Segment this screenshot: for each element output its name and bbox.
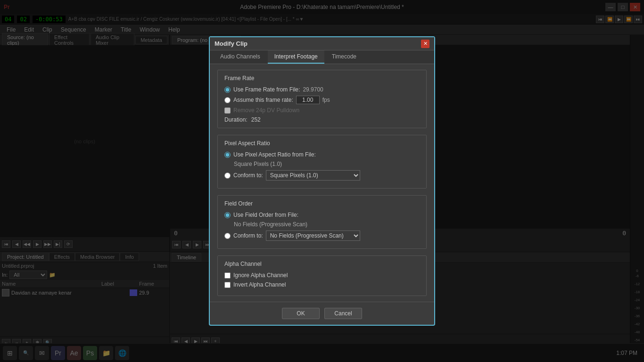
dialog-body: Frame Rate Use Frame Rate from File: 29.… bbox=[210, 64, 434, 302]
dialog-close-button[interactable]: ✕ bbox=[421, 40, 429, 48]
field-order-title: Field Order bbox=[224, 200, 420, 207]
assume-framerate-row: Assume this frame rate: 1.00 fps bbox=[224, 96, 420, 104]
duration-label: Duration: bbox=[224, 116, 248, 123]
use-from-file-label: Use Frame Rate from File: bbox=[233, 86, 300, 93]
duration-row: Duration: 252 bbox=[224, 116, 420, 123]
dialog-titlebar: Modify Clip ✕ bbox=[210, 37, 434, 50]
par-conform-radio[interactable] bbox=[224, 173, 231, 179]
frame-rate-section: Frame Rate Use Frame Rate from File: 29.… bbox=[217, 70, 427, 128]
fo-from-file-value-row: No Fields (Progressive Scan) bbox=[224, 221, 420, 228]
remove-pulldown-label: Remove 24p DV Pulldown bbox=[233, 107, 299, 114]
duration-value: 252 bbox=[251, 116, 261, 123]
fps-unit-label: fps bbox=[322, 97, 330, 103]
par-conform-label: Conform to: bbox=[233, 172, 263, 179]
par-from-file-row: Use Pixel Aspect Ratio from File: bbox=[224, 151, 420, 158]
tab-interpret-footage[interactable]: Interpret Footage bbox=[268, 50, 324, 64]
fo-from-file-row: Use Field Order from File: bbox=[224, 212, 420, 218]
par-from-file-label: Use Pixel Aspect Ratio from File: bbox=[233, 151, 316, 158]
modal-overlay: Modify Clip ✕ Audio Channels Interpret F… bbox=[0, 0, 644, 362]
pixel-aspect-section: Pixel Aspect Ratio Use Pixel Aspect Rati… bbox=[217, 135, 427, 189]
par-file-value: Square Pixels (1.0) bbox=[234, 161, 282, 167]
tab-audio-channels[interactable]: Audio Channels bbox=[214, 50, 267, 64]
invert-alpha-checkbox[interactable] bbox=[224, 282, 231, 288]
fo-conform-radio[interactable] bbox=[224, 233, 231, 239]
invert-alpha-row: Invert Alpha Channel bbox=[224, 281, 420, 288]
fo-from-file-radio[interactable] bbox=[224, 212, 231, 218]
ignore-alpha-row: Ignore Alpha Channel bbox=[224, 272, 420, 279]
dialog-tabs: Audio Channels Interpret Footage Timecod… bbox=[210, 50, 434, 64]
alpha-channel-title: Alpha Channel bbox=[224, 261, 420, 267]
frame-rate-title: Frame Rate bbox=[224, 75, 420, 82]
fo-file-value: No Fields (Progressive Scan) bbox=[234, 221, 307, 228]
dialog-title: Modify Clip bbox=[215, 40, 248, 47]
par-from-file-value-row: Square Pixels (1.0) bbox=[224, 161, 420, 167]
pixel-aspect-title: Pixel Aspect Ratio bbox=[224, 140, 420, 147]
use-from-file-radio[interactable] bbox=[224, 87, 231, 93]
modify-clip-dialog: Modify Clip ✕ Audio Channels Interpret F… bbox=[209, 36, 435, 326]
par-from-file-radio[interactable] bbox=[224, 152, 231, 158]
invert-alpha-label: Invert Alpha Channel bbox=[233, 281, 286, 288]
assume-fps-input[interactable]: 1.00 bbox=[296, 96, 320, 104]
ok-button[interactable]: OK bbox=[282, 308, 320, 319]
par-conform-select[interactable]: Square Pixels (1.0) bbox=[266, 170, 360, 181]
assume-framerate-radio[interactable] bbox=[224, 97, 231, 103]
fo-conform-select[interactable]: No Fields (Progressive Scan) bbox=[266, 230, 360, 241]
cancel-button[interactable]: Cancel bbox=[324, 308, 362, 319]
remove-pulldown-checkbox[interactable] bbox=[224, 107, 231, 114]
fo-from-file-label: Use Field Order from File: bbox=[233, 212, 298, 218]
dialog-footer: OK Cancel bbox=[210, 302, 434, 325]
remove-pulldown-row: Remove 24p DV Pulldown bbox=[224, 107, 420, 114]
tab-timecode[interactable]: Timecode bbox=[325, 50, 363, 64]
use-from-file-value: 29.9700 bbox=[303, 86, 323, 93]
alpha-channel-section: Alpha Channel Ignore Alpha Channel Inver… bbox=[217, 255, 427, 296]
ignore-alpha-label: Ignore Alpha Channel bbox=[233, 272, 288, 279]
ignore-alpha-checkbox[interactable] bbox=[224, 272, 231, 279]
assume-label: Assume this frame rate: bbox=[233, 97, 293, 103]
field-order-section: Field Order Use Field Order from File: N… bbox=[217, 195, 427, 249]
fo-conform-row: Conform to: No Fields (Progressive Scan) bbox=[224, 230, 420, 241]
par-conform-row: Conform to: Square Pixels (1.0) bbox=[224, 170, 420, 181]
use-from-file-row: Use Frame Rate from File: 29.9700 bbox=[224, 86, 420, 93]
fo-conform-label: Conform to: bbox=[233, 232, 263, 239]
